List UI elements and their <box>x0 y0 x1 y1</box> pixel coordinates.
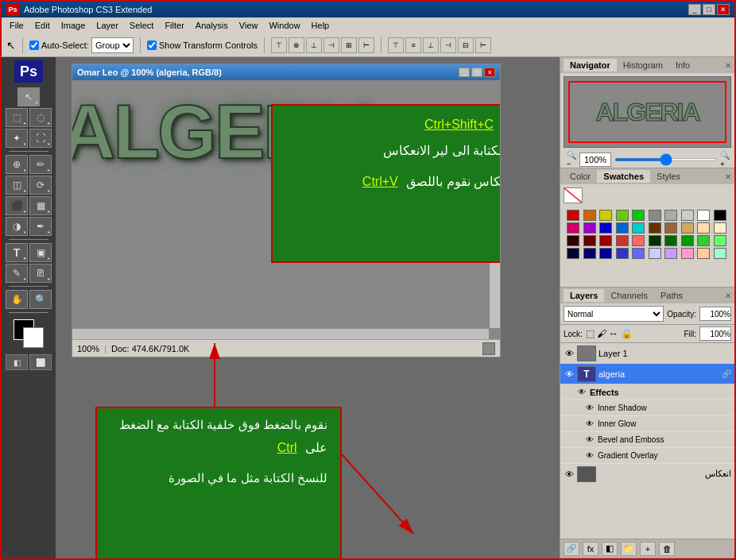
layer-delete-btn[interactable]: 🗑 <box>659 542 675 556</box>
text-tool-btn[interactable]: T▸ <box>6 243 28 262</box>
swatch-1[interactable] <box>583 210 596 221</box>
swatch-8[interactable] <box>697 210 710 221</box>
magic-wand-btn[interactable]: ✦▸ <box>6 129 28 148</box>
swatch-35[interactable] <box>649 248 661 259</box>
layers-close[interactable]: ✕ <box>725 292 731 300</box>
auto-select-checkbox[interactable] <box>29 41 39 50</box>
align-vcenter-icon[interactable]: ⊕ <box>289 37 304 53</box>
dodge-tool-btn[interactable]: ◑▸ <box>6 217 28 236</box>
crop-tool-btn[interactable]: ⛶▸ <box>29 129 52 148</box>
swatch-0[interactable] <box>567 210 579 221</box>
swatch-2[interactable] <box>599 210 612 221</box>
tab-layers[interactable]: Layers <box>564 289 604 302</box>
align-top-icon[interactable]: ⊤ <box>271 37 287 53</box>
tab-styles[interactable]: Styles <box>650 170 687 183</box>
swatch-6[interactable] <box>664 210 677 221</box>
menu-help[interactable]: Help <box>307 19 335 32</box>
swatch-18[interactable] <box>697 222 710 234</box>
tab-info[interactable]: Info <box>669 59 696 71</box>
zoom-tool-btn[interactable]: 🔍 <box>29 290 52 309</box>
swatch-21[interactable] <box>583 235 596 246</box>
swatch-4[interactable] <box>632 210 645 221</box>
swatch-29[interactable] <box>714 235 726 246</box>
swatch-9[interactable] <box>714 210 726 221</box>
show-transform-checkbox[interactable] <box>147 41 157 50</box>
doc-win-buttons[interactable]: _ □ ✕ <box>459 68 495 77</box>
no-color-btn[interactable] <box>564 187 583 203</box>
eye-gradient[interactable]: 👁 <box>584 450 595 462</box>
tab-navigator[interactable]: Navigator <box>564 59 617 71</box>
swatch-33[interactable] <box>616 248 629 259</box>
align-right-icon[interactable]: ⊢ <box>358 37 374 53</box>
align-left-icon[interactable]: ⊣ <box>323 37 339 53</box>
pen-tool-btn[interactable]: ✒▸ <box>29 217 52 236</box>
eye-inner-shadow[interactable]: 👁 <box>584 403 595 414</box>
swatch-38[interactable] <box>697 248 710 259</box>
swatch-20[interactable] <box>567 235 579 246</box>
swatch-15[interactable] <box>649 222 661 234</box>
screen-mode-btn[interactable]: ⬜ <box>29 354 52 370</box>
lock-move-icon[interactable]: ↔ <box>609 328 618 339</box>
swatch-17[interactable] <box>681 222 694 234</box>
swatch-24[interactable] <box>632 235 645 246</box>
dist-top-icon[interactable]: ⊤ <box>388 37 404 53</box>
swatch-22[interactable] <box>599 235 612 246</box>
menu-layer[interactable]: Layer <box>91 19 123 32</box>
swatch-28[interactable] <box>697 235 710 246</box>
dist-left-icon[interactable]: ⊣ <box>440 37 456 53</box>
notes-tool-btn[interactable]: ✎▸ <box>6 264 28 283</box>
dist-bot-icon[interactable]: ⊥ <box>423 37 439 53</box>
swatch-11[interactable] <box>583 222 596 234</box>
lock-paint-icon[interactable]: 🖌 <box>597 328 606 339</box>
shape-tool-btn[interactable]: ▣▸ <box>29 243 52 262</box>
layer-item-reflection[interactable]: 👁 انعكاس <box>560 464 734 485</box>
tab-color[interactable]: Color <box>564 170 597 183</box>
eyedropper-btn[interactable]: 🖹▸ <box>29 264 52 283</box>
swatch-19[interactable] <box>714 222 726 234</box>
swatch-10[interactable] <box>567 222 579 234</box>
tab-paths[interactable]: Paths <box>654 289 689 302</box>
menu-analysis[interactable]: Analysis <box>191 19 233 32</box>
menu-edit[interactable]: Edit <box>30 19 55 32</box>
align-hcenter-icon[interactable]: ⊞ <box>341 37 357 53</box>
menu-image[interactable]: Image <box>56 19 91 32</box>
layer-eye-reflection[interactable]: 👁 <box>564 469 575 480</box>
swatch-30[interactable] <box>567 248 579 259</box>
swatch-36[interactable] <box>664 248 677 259</box>
title-bar-buttons[interactable]: _ □ ✕ <box>688 4 730 15</box>
menu-window[interactable]: Window <box>264 19 304 32</box>
fill-input[interactable] <box>699 326 731 341</box>
hand-tool-btn[interactable]: ✋ <box>6 290 28 309</box>
swatch-25[interactable] <box>649 235 661 246</box>
history-btn[interactable]: ⟳▸ <box>29 176 52 195</box>
swatch-37[interactable] <box>681 248 694 259</box>
swatch-23[interactable] <box>616 235 629 246</box>
doc-minimize[interactable]: _ <box>459 68 470 77</box>
tab-histogram[interactable]: Histogram <box>617 59 669 71</box>
tab-channels[interactable]: Channels <box>604 289 653 302</box>
layer-eye-algeria[interactable]: 👁 <box>564 369 575 380</box>
layer-item-layer1[interactable]: 👁 Layer 1 <box>560 343 734 364</box>
swatch-3[interactable] <box>616 210 629 221</box>
lock-transparency-icon[interactable]: ⬚ <box>586 328 595 339</box>
doc-close[interactable]: ✕ <box>484 68 495 77</box>
layer-link-btn[interactable]: 🔗 <box>564 542 579 556</box>
gradient-tool-btn[interactable]: ▦▸ <box>29 196 52 215</box>
layer-eye-layer1[interactable]: 👁 <box>564 348 575 359</box>
minimize-button[interactable]: _ <box>688 4 701 15</box>
eraser-tool-btn[interactable]: ⬛▸ <box>6 196 28 215</box>
zoom-input[interactable] <box>579 153 611 167</box>
lock-all-icon[interactable]: 🔒 <box>621 328 633 339</box>
brush-tool-btn[interactable]: ✏▸ <box>29 155 52 174</box>
tab-swatches[interactable]: Swatches <box>597 170 650 183</box>
menu-filter[interactable]: Filter <box>160 19 188 32</box>
close-button[interactable]: ✕ <box>717 4 730 15</box>
menu-file[interactable]: File <box>5 19 29 32</box>
zoom-in-icon[interactable]: 🔍+ <box>720 151 730 168</box>
clone-tool-btn[interactable]: ◫▸ <box>6 176 28 195</box>
swatch-13[interactable] <box>616 222 629 234</box>
swatch-14[interactable] <box>632 222 645 234</box>
layer-mask-btn[interactable]: ◧ <box>602 542 618 556</box>
auto-select-dropdown[interactable]: Group <box>91 37 134 53</box>
menu-view[interactable]: View <box>234 19 263 32</box>
